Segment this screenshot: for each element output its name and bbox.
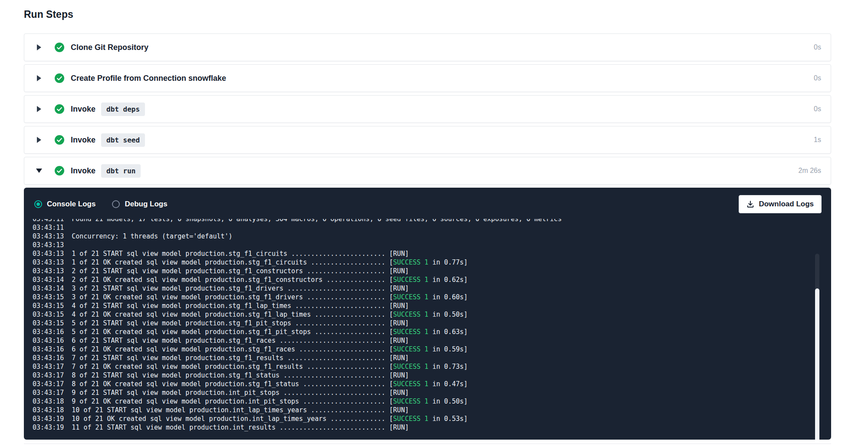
download-logs-button[interactable]: Download Logs xyxy=(739,195,822,213)
log-line: 03:43:15 4 of 21 OK created sql view mod… xyxy=(33,310,821,319)
log-line: 03:43:14 2 of 21 OK created sql view mod… xyxy=(33,275,821,284)
success-check-icon xyxy=(55,104,64,114)
console-scrollbar[interactable] xyxy=(815,288,819,440)
log-line: 03:43:11 xyxy=(33,223,821,232)
success-check-icon xyxy=(55,43,64,52)
log-line: 03:43:16 6 of 21 OK created sql view mod… xyxy=(33,345,821,354)
run-step-row[interactable]: Create Profile from Connection snowflake… xyxy=(24,64,831,92)
download-icon xyxy=(746,200,754,208)
chevron-right-icon xyxy=(37,137,41,143)
log-line: 03:43:16 6 of 21 START sql view model pr… xyxy=(33,336,821,345)
section-divider xyxy=(24,444,831,444)
step-duration: 2m 26s xyxy=(799,167,821,175)
log-line: 03:43:17 7 of 21 OK created sql view mod… xyxy=(33,362,821,371)
log-line: 03:43:19 11 of 21 START sql view model p… xyxy=(33,423,821,432)
step-command-badge: dbt deps xyxy=(101,103,145,116)
chevron-right-icon xyxy=(37,44,41,50)
console-logs-label: Console Logs xyxy=(47,200,95,209)
log-line: 03:43:18 10 of 21 START sql view model p… xyxy=(33,406,821,414)
step-label: Invoke xyxy=(71,166,95,175)
step-label: Create Profile from Connection snowflake xyxy=(71,74,226,83)
log-line: 03:43:13 Concurrency: 1 threads (target=… xyxy=(33,232,821,241)
step-command-badge: dbt seed xyxy=(101,133,145,147)
log-line: 03:43:19 10 of 21 OK created sql view mo… xyxy=(33,414,821,423)
chevron-down-icon xyxy=(36,169,42,173)
success-check-icon xyxy=(55,166,64,175)
step-label: Clone Git Repository xyxy=(71,43,148,52)
run-step-row[interactable]: Clone Git Repository0s xyxy=(24,33,831,61)
log-line: 03:43:13 2 of 21 START sql view model pr… xyxy=(33,267,821,275)
step-label: Invoke xyxy=(71,136,95,145)
log-line: 03:43:18 9 of 21 OK created sql view mod… xyxy=(33,397,821,406)
chevron-right-icon xyxy=(37,106,41,112)
console-header: Console Logs Debug Logs Download Logs xyxy=(24,188,831,219)
success-check-icon xyxy=(55,73,64,83)
log-line: 03:43:15 4 of 21 START sql view model pr… xyxy=(33,301,821,310)
log-line: 03:43:13 1 of 21 OK created sql view mod… xyxy=(33,258,821,267)
debug-logs-label: Debug Logs xyxy=(125,200,167,209)
step-duration: 0s xyxy=(814,74,821,82)
chevron-right-icon xyxy=(37,75,41,81)
console-log-lines: 03:43:11 Found 21 models, 17 tests, 0 sn… xyxy=(33,219,821,432)
success-check-icon xyxy=(55,135,64,145)
run-step-row[interactable]: Invokedbt seed1s xyxy=(24,126,831,154)
download-logs-label: Download Logs xyxy=(759,200,814,209)
run-step-row[interactable]: Invokedbt deps0s xyxy=(24,95,831,123)
log-line: 03:43:11 Found 21 models, 17 tests, 0 sn… xyxy=(33,219,821,223)
log-line: 03:43:15 3 of 21 OK created sql view mod… xyxy=(33,293,821,301)
log-line: 03:43:13 xyxy=(33,241,821,249)
log-line: 03:43:16 7 of 21 START sql view model pr… xyxy=(33,354,821,362)
step-duration: 0s xyxy=(814,43,821,51)
run-steps-page: Run Steps Clone Git Repository0sCreate P… xyxy=(0,0,868,444)
step-label: Invoke xyxy=(71,105,95,114)
console-logs-radio[interactable]: Console Logs xyxy=(34,200,95,209)
log-line: 03:43:14 3 of 21 START sql view model pr… xyxy=(33,284,821,293)
step-duration: 0s xyxy=(814,105,821,113)
radio-unselected-icon xyxy=(112,200,120,208)
page-title: Run Steps xyxy=(24,9,831,20)
run-step-row[interactable]: Invokedbt run2m 26s xyxy=(24,157,831,185)
log-line: 03:43:17 8 of 21 START sql view model pr… xyxy=(33,371,821,380)
debug-logs-radio[interactable]: Debug Logs xyxy=(112,200,167,209)
run-steps-list: Clone Git Repository0sCreate Profile fro… xyxy=(24,33,831,185)
step-command-badge: dbt run xyxy=(101,164,141,178)
console-log-output[interactable]: 03:43:11 Found 21 models, 17 tests, 0 sn… xyxy=(24,219,831,440)
radio-selected-icon xyxy=(34,200,42,208)
log-line: 03:43:13 1 of 21 START sql view model pr… xyxy=(33,249,821,258)
console-panel: Console Logs Debug Logs Download Logs 03… xyxy=(24,188,831,440)
log-line: 03:43:15 5 of 21 START sql view model pr… xyxy=(33,319,821,328)
log-line: 03:43:16 5 of 21 OK created sql view mod… xyxy=(33,328,821,336)
log-line: 03:43:17 8 of 21 OK created sql view mod… xyxy=(33,380,821,388)
step-duration: 1s xyxy=(814,136,821,144)
log-line: 03:43:17 9 of 21 START sql view model pr… xyxy=(33,388,821,397)
